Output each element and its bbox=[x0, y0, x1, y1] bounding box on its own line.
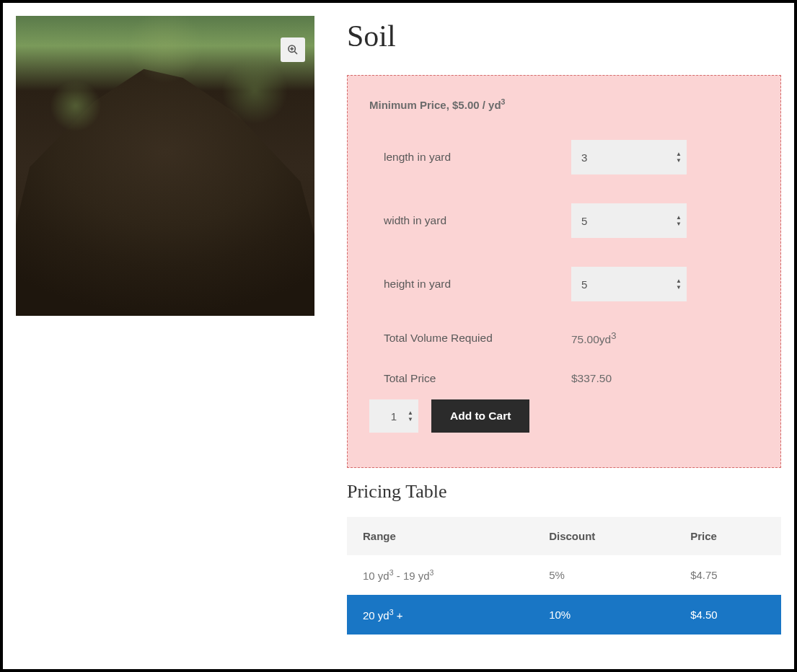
quantity-stepper[interactable]: ▲▼ bbox=[407, 410, 414, 423]
length-label: length in yard bbox=[384, 151, 571, 164]
length-stepper[interactable]: ▲▼ bbox=[675, 151, 682, 164]
calculator-panel: Minimum Price, $5.00 / yd3 length in yar… bbox=[347, 75, 781, 468]
range-cell: 10 yd3 - 19 yd3 bbox=[347, 555, 533, 595]
volume-label: Total Volume Requied bbox=[384, 332, 571, 345]
price-cell: $4.50 bbox=[674, 595, 781, 635]
table-row: 10 yd3 - 19 yd35%$4.75 bbox=[347, 555, 781, 595]
col-range: Range bbox=[347, 517, 533, 555]
discount-cell: 5% bbox=[533, 555, 674, 595]
length-input[interactable] bbox=[571, 140, 687, 174]
stepper-up-icon[interactable]: ▲ bbox=[407, 410, 414, 416]
discount-cell: 10% bbox=[533, 595, 674, 635]
zoom-button[interactable] bbox=[281, 37, 305, 62]
volume-value: 75.00yd3 bbox=[571, 330, 616, 346]
stepper-down-icon[interactable]: ▼ bbox=[675, 221, 682, 227]
total-price-label: Total Price bbox=[384, 372, 571, 385]
stepper-down-icon[interactable]: ▼ bbox=[407, 417, 414, 423]
total-price-value: $337.50 bbox=[571, 372, 612, 385]
col-price: Price bbox=[674, 517, 781, 555]
svg-line-1 bbox=[294, 51, 297, 54]
col-discount: Discount bbox=[533, 517, 674, 555]
stepper-down-icon[interactable]: ▼ bbox=[675, 158, 682, 164]
stepper-up-icon[interactable]: ▲ bbox=[675, 151, 682, 157]
pricing-table-title: Pricing Table bbox=[347, 481, 781, 503]
height-label: height in yard bbox=[384, 278, 571, 291]
height-stepper[interactable]: ▲▼ bbox=[675, 278, 682, 291]
zoom-in-icon bbox=[287, 44, 299, 56]
width-stepper[interactable]: ▲▼ bbox=[675, 215, 682, 227]
minimum-price-label: Minimum Price, $5.00 / yd3 bbox=[369, 97, 759, 111]
add-to-cart-button[interactable]: Add to Cart bbox=[431, 399, 529, 433]
product-title: Soil bbox=[347, 19, 781, 53]
stepper-up-icon[interactable]: ▲ bbox=[675, 278, 682, 284]
stepper-up-icon[interactable]: ▲ bbox=[675, 215, 682, 221]
range-cell: 20 yd3 + bbox=[347, 595, 533, 635]
stepper-down-icon[interactable]: ▼ bbox=[675, 285, 682, 291]
table-row: 20 yd3 +10%$4.50 bbox=[347, 595, 781, 635]
price-cell: $4.75 bbox=[674, 555, 781, 595]
height-input[interactable] bbox=[571, 267, 687, 301]
pricing-table: Range Discount Price 10 yd3 - 19 yd35%$4… bbox=[347, 517, 781, 635]
width-input[interactable] bbox=[571, 203, 687, 238]
product-image[interactable] bbox=[16, 16, 314, 316]
width-label: width in yard bbox=[384, 214, 571, 227]
